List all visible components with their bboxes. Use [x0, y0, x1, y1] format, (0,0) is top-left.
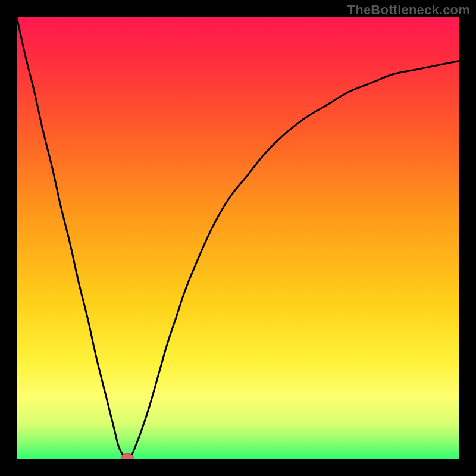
watermark-text: TheBottleneck.com: [347, 2, 470, 18]
minimum-marker: [121, 453, 134, 459]
plot-svg: [17, 17, 459, 459]
plot-background: [17, 17, 459, 459]
chart-frame: TheBottleneck.com: [0, 0, 476, 476]
